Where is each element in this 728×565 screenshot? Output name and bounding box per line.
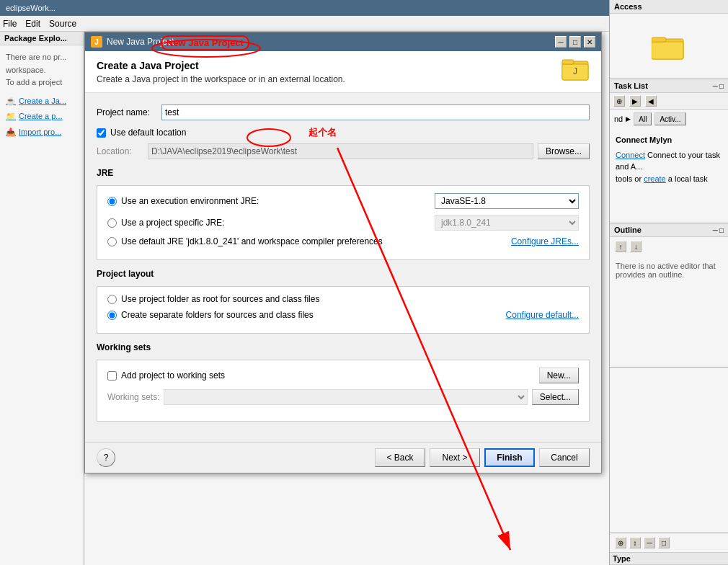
cancel-button[interactable]: Cancel — [539, 448, 590, 467]
configure-default-link[interactable]: Configure default... — [506, 310, 579, 320]
dialog-body: Project name: Use default location Locat… — [85, 93, 601, 442]
dialog-title-left: J New Java Project — [91, 36, 174, 48]
working-sets-box: Add project to working sets New... Worki… — [97, 360, 590, 422]
use-default-location-row: Use default location — [97, 128, 590, 138]
eclipse-title-text: eclipseWork... — [6, 4, 56, 12]
jre-specific-label: Use a project specific JRE: — [121, 218, 430, 228]
task-list-title: Task List — [614, 81, 648, 90]
jre-env-radio[interactable] — [107, 197, 117, 206]
type-icon-2[interactable]: ↕ — [629, 537, 641, 548]
help-button[interactable]: ? — [97, 448, 115, 467]
configure-jres-link[interactable]: Configure JREs... — [511, 236, 579, 246]
package-explorer-content: There are no pr...workspace.To add a pro… — [0, 45, 84, 148]
connect-mylyn-title: Connect Mylyn — [616, 134, 722, 146]
task-toolbar-icon-3[interactable]: ◀ — [645, 95, 657, 107]
access-section: Access — [610, 0, 728, 79]
connect-mylyn-text3: a local task — [668, 174, 708, 183]
layout-root-label: Use project folder as root for sources a… — [121, 294, 579, 304]
jre-specific-dropdown[interactable]: jdk1.8.0_241 — [435, 215, 579, 231]
project-layout-box: Use project folder as root for sources a… — [97, 286, 590, 334]
finish-button[interactable]: Finish — [484, 448, 535, 467]
task-toolbar-icon-1[interactable]: ⊕ — [613, 95, 625, 107]
next-button[interactable]: Next > — [430, 448, 480, 467]
layout-root-radio[interactable] — [107, 295, 117, 304]
outline-content: There is no active editor that provides … — [610, 256, 728, 285]
svg-rect-2 — [652, 37, 666, 42]
outline-maximize[interactable]: □ — [719, 226, 724, 234]
working-sets-input-row: Working sets: Select... — [107, 389, 579, 405]
jre-section-box: Use an execution environment JRE: JavaSE… — [97, 185, 590, 260]
menu-file[interactable]: File — [3, 19, 17, 29]
right-panel: Access Task List ─ □ — [609, 0, 728, 565]
outline-text: There is no active editor that provides … — [616, 262, 716, 279]
task-list-maximize[interactable]: □ — [719, 82, 724, 90]
add-working-sets-checkbox[interactable] — [107, 371, 117, 381]
connect-mylyn-section: Connect Mylyn Connect Connect to your ta… — [610, 128, 728, 190]
project-name-input[interactable] — [161, 104, 590, 120]
project-name-row: Project name: — [97, 104, 590, 120]
import-projects-link[interactable]: 📥 Import pro... — [6, 126, 78, 139]
menu-edit[interactable]: Edit — [25, 19, 40, 29]
project-layout-section: Project layout Use project folder as roo… — [97, 269, 590, 334]
jre-specific-radio[interactable] — [107, 218, 117, 228]
outline-icon-1[interactable]: ↑ — [615, 241, 626, 252]
dialog-header: Create a Java Project Create a Java proj… — [85, 51, 601, 93]
jre-default-label: Use default JRE 'jdk1.8.0_241' and works… — [121, 236, 507, 246]
jre-default-radio[interactable] — [107, 237, 117, 246]
task-toolbar-icon-2[interactable]: ▶ — [629, 95, 641, 107]
outline-section: Outline ─ □ ↑ ↓ There is no active edito… — [610, 223, 728, 368]
type-icon-1[interactable]: ⊕ — [615, 537, 626, 548]
new-button[interactable]: New... — [539, 368, 579, 383]
task-list-minimize[interactable]: ─ — [713, 82, 718, 90]
jre-env-label: Use an execution environment JRE: — [121, 196, 430, 206]
browse-button[interactable]: Browse... — [538, 143, 590, 159]
svg-rect-1 — [652, 42, 683, 59]
dialog-restore-btn[interactable]: □ — [569, 36, 581, 48]
outline-icon-2[interactable]: ↓ — [630, 241, 642, 252]
type-column-header: Type — [610, 553, 728, 565]
task-list-header: Task List ─ □ — [610, 79, 728, 93]
jre-option-specific-row: Use a project specific JRE: jdk1.8.0_241 — [107, 215, 579, 231]
connect-link[interactable]: Connect — [616, 151, 645, 159]
add-working-sets-label: Add project to working sets — [121, 370, 225, 381]
jre-option-env-row: Use an execution environment JRE: JavaSE… — [107, 193, 579, 209]
select-button[interactable]: Select... — [532, 389, 579, 405]
menu-source[interactable]: Source — [49, 19, 76, 29]
task-list-section: Task List ─ □ ⊕ ▶ ◀ nd ▶ All Activ... Co… — [610, 79, 728, 223]
eclipse-titlebar: eclipseWork... — [0, 0, 609, 16]
type-icon-3[interactable]: ─ — [644, 537, 655, 548]
task-filter-active[interactable]: Activ... — [654, 112, 685, 125]
create-link[interactable]: create — [644, 174, 666, 183]
jre-env-dropdown[interactable]: JavaSE-1.8 — [435, 193, 579, 209]
dialog-minimize-btn[interactable]: ─ — [555, 36, 567, 48]
create-java-project-link[interactable]: ☕ Create a Ja... — [6, 95, 78, 108]
use-default-location-checkbox[interactable] — [97, 128, 106, 138]
dialog-close-btn[interactable]: ✕ — [584, 36, 595, 48]
task-filter-label: nd — [614, 115, 623, 123]
location-label: Location: — [97, 146, 143, 156]
location-row: Location: Browse... — [97, 143, 590, 159]
task-filter-all[interactable]: All — [634, 112, 652, 125]
layout-separate-radio[interactable] — [107, 311, 117, 320]
task-filter-arrow: ▶ — [626, 115, 631, 123]
type-section: ⊕ ↕ ─ □ Type — [610, 533, 728, 565]
dialog-title-text: New Java Project — [107, 37, 174, 47]
working-sets-select[interactable] — [164, 389, 527, 405]
connect-mylyn-text2: tools or — [616, 174, 642, 183]
svg-text:J: J — [573, 66, 577, 76]
create-project-link[interactable]: 📁 Create a p... — [6, 110, 78, 123]
type-icon-4[interactable]: □ — [658, 537, 670, 548]
add-working-sets-row: Add project to working sets New... — [107, 368, 579, 383]
task-list-toolbar: ⊕ ▶ ◀ — [610, 93, 728, 110]
back-button[interactable]: < Back — [375, 448, 425, 467]
outline-title: Outline — [614, 226, 642, 234]
outline-minimize[interactable]: ─ — [713, 226, 718, 234]
eclipse-background: eclipseWork... File Edit Source Package … — [0, 0, 728, 565]
dialog-header-icon: J — [561, 54, 590, 85]
outline-header: Outline ─ □ — [610, 223, 728, 237]
jre-section: JRE Use an execution environment JRE: Ja… — [97, 168, 590, 260]
location-input[interactable] — [148, 143, 533, 159]
dialog-title-icon: J — [91, 36, 102, 48]
project-layout-header: Project layout — [97, 269, 590, 279]
use-default-location-label: Use default location — [110, 128, 186, 138]
